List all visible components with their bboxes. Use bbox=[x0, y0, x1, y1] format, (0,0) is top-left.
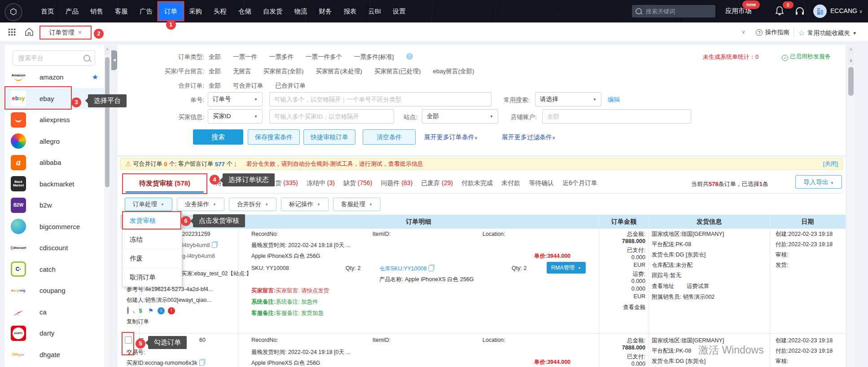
headset-icon[interactable] bbox=[794, 6, 805, 17]
info-icon[interactable]: i bbox=[158, 307, 165, 314]
global-search[interactable] bbox=[632, 5, 715, 18]
nav-item-sales[interactable]: 销售 bbox=[84, 0, 109, 22]
nav-item-warehouse[interactable]: 仓储 bbox=[232, 0, 257, 22]
apps-grid-icon[interactable] bbox=[8, 28, 16, 36]
sidebar-item-backmarket[interactable]: BackMarket backmarket bbox=[4, 173, 105, 195]
page-tab-order-management[interactable]: 订单管理 ✕ bbox=[39, 26, 92, 40]
close-icon[interactable]: ✕ bbox=[78, 30, 82, 35]
sidebar-item-catch[interactable]: C· catch bbox=[4, 259, 105, 280]
order-no-type-select[interactable]: 订单号 ▼ bbox=[208, 92, 263, 106]
menu-item-ship-audit[interactable]: 发货审核 bbox=[123, 212, 182, 230]
nav-item-service[interactable]: 客服 bbox=[109, 0, 134, 22]
tab-last-6-months[interactable]: 近6个月订单 bbox=[562, 179, 597, 187]
copy-icon[interactable] bbox=[199, 360, 204, 366]
tab-frozen[interactable]: 冻结中 (3) bbox=[307, 179, 335, 187]
tab-awaiting-confirm[interactable]: 等待确认 bbox=[529, 179, 554, 187]
filter-option[interactable]: 可合并订单 bbox=[233, 82, 263, 90]
column-header-shipping[interactable]: 发货信息 bbox=[649, 218, 770, 226]
platform-search-input[interactable] bbox=[18, 54, 82, 62]
product-link[interactable]: Apple iPhoneXS 白色 256G bbox=[251, 359, 320, 367]
filter-option[interactable]: 买家留言(已处理) bbox=[374, 67, 421, 75]
scroll-up-button[interactable]: ^ bbox=[105, 46, 110, 55]
sidebar-item-ebay[interactable]: ebay ebay ★ 3 选择平台 bbox=[4, 88, 105, 110]
filter-option[interactable]: 全部 bbox=[209, 53, 221, 61]
bell-icon[interactable] bbox=[775, 6, 785, 17]
filter-option[interactable]: 全部 bbox=[209, 82, 221, 90]
help-icon[interactable]: ? bbox=[406, 53, 413, 60]
filter-option[interactable]: 已合并订单 bbox=[276, 82, 306, 90]
menu-item-freeze[interactable]: 冻结 bbox=[123, 230, 182, 249]
clear-button[interactable]: 清空条件 bbox=[363, 129, 416, 145]
platform-search[interactable] bbox=[13, 50, 95, 66]
star-icon[interactable]: ★ bbox=[92, 73, 98, 81]
buyer-type-select[interactable]: 买家ID ▼ bbox=[208, 109, 263, 124]
mark-ops-button[interactable]: 标记操作▼ bbox=[281, 198, 329, 211]
sidebar-item-ca[interactable]: ca bbox=[4, 301, 105, 323]
order-no-input[interactable] bbox=[269, 92, 491, 106]
order-process-button[interactable]: 订单处理▼ bbox=[125, 198, 172, 211]
sidebar-item-aliexpress[interactable]: aliexpress bbox=[4, 109, 105, 131]
scroll-down-button[interactable]: ∨ bbox=[848, 56, 854, 65]
nav-item-home[interactable]: 首页 bbox=[35, 0, 60, 22]
edit-link[interactable]: 编辑 bbox=[608, 96, 620, 104]
tab-unpaid[interactable]: 未付款 bbox=[501, 179, 520, 187]
order-number-link[interactable]: 202231259 bbox=[182, 231, 210, 237]
column-header-date[interactable]: 日期 bbox=[770, 218, 846, 226]
nav-item-self-ship[interactable]: 自发货 bbox=[257, 0, 289, 22]
copy-icon[interactable] bbox=[429, 265, 434, 271]
product-link[interactable]: Apple iPhoneXS 白色 256G bbox=[251, 252, 320, 260]
order-number-link[interactable]: 60 bbox=[199, 337, 206, 343]
more-order-conditions-link[interactable]: 展开更多订单条件∨ bbox=[424, 133, 478, 141]
sidebar-item-alibaba[interactable]: a alibaba bbox=[4, 152, 105, 173]
tab-discarded[interactable]: 已废弃 (29) bbox=[421, 179, 453, 187]
filter-option[interactable]: 一票多件[标准] bbox=[354, 53, 394, 61]
tab-problem[interactable]: 问题件 (83) bbox=[381, 179, 413, 187]
sidebar-item-bigcommerce[interactable]: bigcommerce bbox=[4, 216, 105, 238]
column-header-order-detail[interactable]: 订单明细 bbox=[238, 218, 599, 226]
nav-item-reports[interactable]: 报表 bbox=[338, 0, 363, 22]
nav-item-orders[interactable]: 订单 1 bbox=[158, 2, 183, 20]
user-chevron-down-icon[interactable]: ∨ bbox=[859, 9, 863, 14]
nav-item-logistics[interactable]: 物流 bbox=[289, 0, 313, 22]
buyer-id-input[interactable] bbox=[269, 109, 394, 124]
more-filter-conditions-link[interactable]: 展开更多过滤条件∨ bbox=[502, 133, 555, 141]
filter-option[interactable]: 全部 bbox=[209, 67, 221, 75]
nav-item-ads[interactable]: 广告 bbox=[134, 0, 158, 22]
home-icon[interactable] bbox=[24, 27, 34, 36]
view-address-link[interactable]: 查看地址 bbox=[652, 283, 674, 290]
tab-payment-incomplete[interactable]: 付款未完成 bbox=[461, 179, 493, 187]
quick-search-select[interactable]: 请选择 ▼ bbox=[535, 92, 601, 106]
user-avatar[interactable] bbox=[813, 4, 827, 18]
quick-audit-button[interactable]: 快捷审核订单 bbox=[303, 129, 355, 145]
freight-calc-link[interactable]: 运费试算 bbox=[687, 283, 709, 290]
filter-option[interactable]: 一票多件 bbox=[269, 53, 294, 61]
sidebar-item-coupang[interactable]: coupang coupang bbox=[4, 280, 105, 301]
alert-icon[interactable]: ! bbox=[168, 307, 175, 314]
sidebar-item-b2w[interactable]: B2W b2w bbox=[4, 195, 105, 216]
sidebar-item-cdiscount[interactable]: Cdiscount cdiscount bbox=[4, 237, 105, 259]
filter-option[interactable]: 一票一件 bbox=[233, 53, 257, 61]
menu-item-void[interactable]: 作废 bbox=[123, 249, 182, 268]
sidebar-item-amazon[interactable]: Amazon amazon ★ bbox=[4, 66, 105, 88]
scroll-up-button[interactable]: ^ bbox=[848, 46, 854, 55]
search-icon[interactable] bbox=[127, 307, 134, 314]
nav-item-first-leg[interactable]: 头程 bbox=[208, 0, 232, 22]
site-select[interactable]: 全部 ▼ bbox=[422, 109, 498, 124]
favorites-menu[interactable]: ☆ 常用功能收藏夹 ▼ bbox=[798, 28, 857, 38]
import-export-button[interactable]: 导入导出 ▼ bbox=[795, 175, 842, 189]
nav-item-settings[interactable]: 设置 bbox=[387, 0, 412, 22]
username-label[interactable]: ECCANG bbox=[830, 7, 857, 14]
menu-item-cancel-order[interactable]: 取消订单 bbox=[123, 268, 182, 287]
sidebar-item-dhgate[interactable]: DHgate dhgate bbox=[4, 344, 105, 366]
tabbar-chevron-down-icon[interactable]: ∨ bbox=[741, 29, 745, 35]
sidebar-item-allegro[interactable]: allegro bbox=[4, 131, 105, 152]
tab-pending-audit[interactable]: 待发货审核 (578) bbox=[122, 173, 207, 194]
global-search-input[interactable] bbox=[645, 8, 710, 15]
rma-manage-button[interactable]: RMA管理▼ bbox=[547, 262, 586, 274]
copy-order-link[interactable]: 复制订单 bbox=[127, 318, 149, 326]
cs-ops-button[interactable]: 客服处理▼ bbox=[333, 198, 381, 211]
flag-icon[interactable]: ⚑ bbox=[147, 307, 154, 314]
nav-item-product[interactable]: 产品 bbox=[60, 0, 84, 22]
operation-guide-link[interactable]: ? 操作指南 bbox=[756, 28, 789, 36]
nav-item-finance[interactable]: 财务 bbox=[313, 0, 338, 22]
